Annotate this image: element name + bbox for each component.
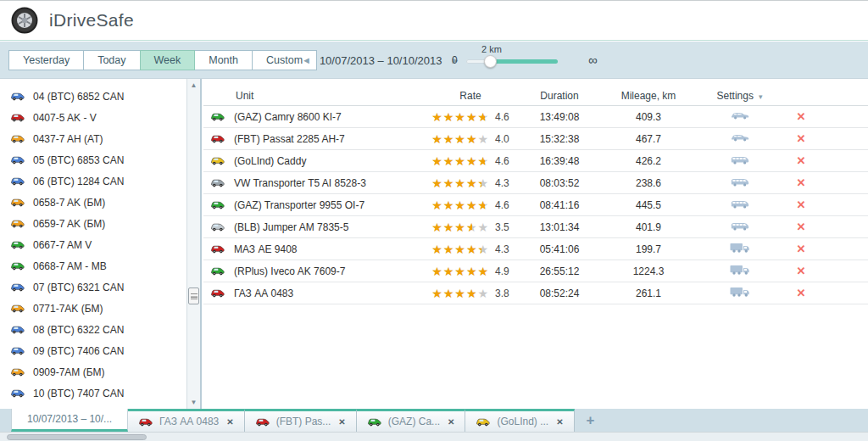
range-button-week[interactable]: Week [140,50,196,70]
delete-button[interactable]: ✕ [797,110,806,123]
sidebar-vehicle-item[interactable]: 0658-7 AK (БМ) [0,192,186,213]
duration-cell: 08:52:24 [521,287,598,299]
tab[interactable]: 10/07/2013 – 10/... [11,409,128,432]
content-area: 04 (BTC) 6852 CAN 0407-5 AK - V 0437-7 A… [0,79,868,409]
vehicle-icon [210,155,225,166]
tab[interactable]: ГАЗ АА 0483 ✕ [128,409,245,432]
vehicle-label: 0658-7 AK (БМ) [33,197,105,209]
distance-slider[interactable] [466,59,558,64]
delete-button[interactable]: ✕ [797,198,806,211]
tab-close-icon[interactable]: ✕ [226,417,233,427]
delete-button[interactable]: ✕ [797,243,806,255]
table-row[interactable]: (GAZ) Transporter 9955 OI-7 ★★★★★★★★★★ 4… [203,194,868,216]
vehicle-type-icon[interactable] [730,220,750,234]
sidebar-vehicle-item[interactable]: 07 (BTC) 6321 CAN [0,276,186,298]
delete-button[interactable]: ✕ [797,154,806,167]
vehicle-label: 0437-7 AH (AT) [33,133,103,145]
rate-value: 4.6 [495,199,509,211]
tab-close-icon[interactable]: ✕ [556,417,563,427]
sort-arrow-icon[interactable]: ▾ [759,92,763,101]
vehicle-type-icon[interactable] [729,242,751,256]
tab-close-icon[interactable]: ✕ [448,417,454,427]
sidebar-vehicle-item[interactable]: 06 (BTC) 1284 CAN [0,170,186,192]
sidebar-vehicle-item[interactable]: 0668-7 AM - MB [0,255,186,276]
sidebar-vehicle-item[interactable]: 08 (BTC) 6322 CAN [0,319,186,340]
tab[interactable]: (GAZ) Ca... ✕ [357,409,466,432]
sidebar-vehicle-item[interactable]: 10 (BTC) 7407 CAN [0,382,186,404]
vehicle-type-icon[interactable] [730,154,750,168]
scroll-down-icon[interactable]: ▼ [187,396,200,409]
add-tab-button[interactable]: + [587,412,595,429]
sidebar-vehicle-item[interactable]: 05 (BTC) 6853 CAN [0,149,186,170]
date-prev-button[interactable]: ◄ [298,55,314,65]
unit-name: (BLB) Jumper AM 7835-5 [234,221,348,233]
vehicle-type-icon[interactable] [730,198,750,212]
delete-button[interactable]: ✕ [797,220,806,233]
vehicle-icon [10,176,25,187]
mileage-cell: 409.3 [598,111,699,123]
duration-cell: 15:32:38 [521,133,598,145]
sidebar-vehicle-item[interactable]: 0437-7 AH (AT) [0,128,186,149]
vehicle-type-icon[interactable] [730,132,750,145]
sidebar-vehicle-item[interactable]: 09 (BTC) 7406 CAN [0,340,186,361]
scrollbar-thumb[interactable] [188,287,199,304]
toolbar: YesterdayTodayWeekMonthCustom ◄ 10/07/20… [0,42,868,79]
range-button-today[interactable]: Today [83,50,140,70]
column-unit[interactable]: Unit [203,90,420,102]
range-button-month[interactable]: Month [194,50,253,70]
slider-handle[interactable] [484,55,497,68]
slider-value-label: 2 km [481,44,502,54]
sidebar-vehicle-item[interactable]: 0909-7AM (БМ) [0,361,186,382]
tab[interactable]: (FBT) Pas... ✕ [245,409,357,432]
vehicle-type-icon[interactable] [730,176,750,190]
tab[interactable]: (GoLInd) ... ✕ [465,409,574,432]
duration-cell: 13:01:34 [521,221,598,233]
tab-close-icon[interactable]: ✕ [338,417,345,427]
sidebar-vehicle-item[interactable]: 0659-7 AK (БМ) [0,213,186,234]
column-settings[interactable]: Settings▾ [699,90,780,102]
scroll-up-icon[interactable]: ▲ [187,79,200,92]
delete-button[interactable]: ✕ [797,132,806,145]
rate-value: 4.6 [495,155,509,167]
column-mileage[interactable]: Mileage, km [598,90,699,102]
vehicle-label: 0771-7AK (БМ) [33,303,103,315]
rate-value: 4.3 [495,177,509,189]
sidebar-vehicle-item[interactable]: 0667-7 AM V [0,234,186,255]
table-row[interactable]: VW Transporter T5 AI 8528-3 ★★★★★★★★★★ 4… [203,172,868,194]
vehicle-type-icon[interactable] [729,264,751,278]
table-row[interactable]: (RPlus) Iveco AK 7609-7 ★★★★★★★★★★ 4.9 2… [203,260,868,282]
table-row[interactable]: (GoLInd) Caddy ★★★★★★★★★★ 4.6 16:39:48 4… [203,150,868,172]
column-settings-label: Settings [717,90,754,102]
vehicle-type-icon[interactable] [729,286,751,300]
vehicle-icon [10,324,25,335]
table-row[interactable]: ГАЗ АА 0483 ★★★★★★★★★★ 3.8 08:52:24 261.… [203,282,868,304]
vehicle-type-icon[interactable] [730,110,750,123]
rate-value: 4.6 [495,111,509,123]
sidebar-vehicle-item[interactable]: 0407-5 AK - V [0,107,186,128]
horizontal-scrollbar[interactable] [7,434,147,440]
sidebar-scrollbar[interactable]: ▲ ▼ [186,79,200,409]
table-row[interactable]: (FBT) Passat 2285 AH-7 ★★★★★★★★★★ 4.0 15… [203,128,868,150]
rate-cell: ★★★★★★★★★★ 4.6 [420,199,521,211]
delete-button[interactable]: ✕ [797,176,806,189]
vehicle-icon [476,416,491,427]
sidebar-vehicle-item[interactable]: 04 (BTC) 6852 CAN [0,86,186,107]
range-button-yesterday[interactable]: Yesterday [8,50,84,70]
table-row[interactable]: МАЗ АЕ 9408 ★★★★★★★★★★ 4.3 05:41:06 199.… [203,238,868,260]
rate-value: 4.3 [495,243,509,255]
mileage-cell: 261.1 [598,287,699,299]
table-row[interactable]: (GAZ) Camry 8600 KI-7 ★★★★★★★★★★ 4.6 13:… [203,106,868,128]
duration-cell: 05:41:06 [521,243,598,255]
delete-button[interactable]: ✕ [797,287,806,299]
star-rating: ★★★★★★★★★★ [431,199,489,211]
sidebar-vehicle-item[interactable]: 0771-7AK (БМ) [0,298,186,319]
table-row[interactable]: (BLB) Jumper AM 7835-5 ★★★★★★★★★★ 3.5 13… [203,216,868,238]
mileage-cell: 401.9 [598,221,699,233]
delete-button[interactable]: ✕ [797,265,806,277]
column-rate[interactable]: Rate [420,90,521,102]
column-duration[interactable]: Duration [521,90,598,102]
vehicle-icon [210,133,225,144]
slider-max-label: ∞ [588,53,598,67]
vehicle-label: 0659-7 AK (БМ) [33,218,105,230]
date-navigation: ◄ 10/07/2013 – 10/10/2013 ► [298,50,463,70]
